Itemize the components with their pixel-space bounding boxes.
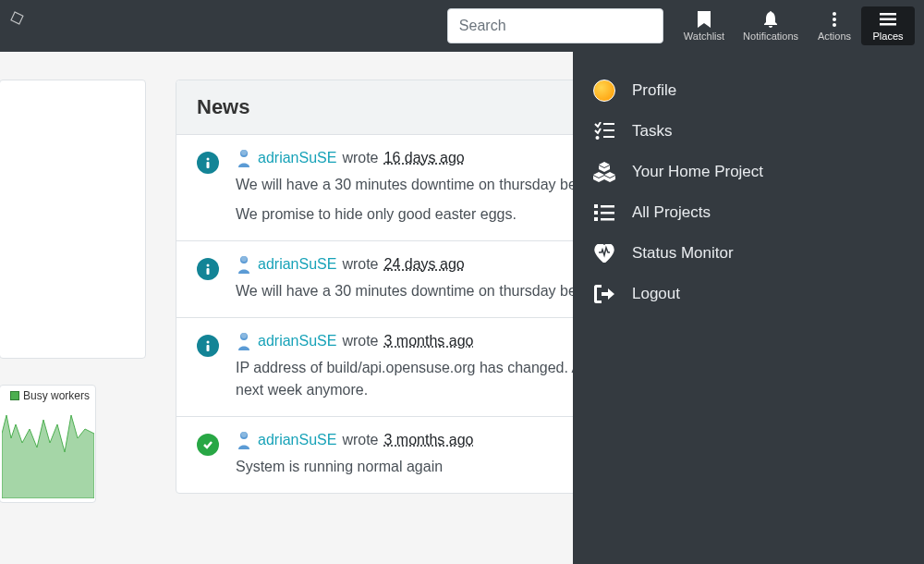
news-timestamp-link[interactable]: 3 months ago [384,333,474,349]
top-navigation: ◇ Watchlist Notifications Actions Pla [0,0,924,52]
news-timestamp-link[interactable]: 16 days ago [384,150,465,166]
check-circle-icon [197,434,219,456]
user-avatar-icon [236,333,252,349]
drawer-label: Your Home Project [632,163,763,181]
drawer-all-projects[interactable]: All Projects [573,192,924,233]
svg-rect-25 [601,205,614,208]
svg-rect-4 [880,18,896,21]
drawer-status-monitor[interactable]: Status Monitor [573,233,924,274]
news-author-link[interactable]: adrianSuSE [258,432,336,448]
bell-icon [761,10,780,29]
nav-label: Notifications [743,31,798,42]
signout-icon [593,283,615,305]
user-avatar-icon [236,256,252,273]
logo[interactable]: ◇ [9,0,37,52]
news-wrote-text: wrote [342,333,378,349]
svg-rect-28 [594,217,598,221]
svg-rect-27 [601,212,614,215]
drawer-logout[interactable]: Logout [573,274,924,314]
svg-rect-3 [880,13,896,16]
drawer-profile[interactable]: Profile [573,70,924,111]
svg-point-10 [207,264,210,267]
left-sidebar: Busy workers [0,52,148,531]
svg-point-17 [241,333,247,338]
heartbeat-icon [593,242,615,264]
svg-point-1 [833,18,836,21]
nav-label: Places [872,31,903,42]
svg-point-14 [207,341,210,344]
drawer-home-project[interactable]: Your Home Project [573,152,924,192]
info-icon [197,258,219,280]
news-timestamp-link[interactable]: 24 days ago [384,256,465,273]
places-drawer: Profile Tasks Your Home Project All Proj… [573,52,924,564]
svg-point-2 [833,23,836,27]
avatar-icon [593,80,615,102]
bookmark-icon [695,10,713,29]
nav-label: Watchlist [684,31,724,42]
tasks-icon [593,120,615,142]
cubes-icon [593,161,615,183]
legend-swatch [10,391,19,400]
news-timestamp-link[interactable]: 3 months ago [384,432,474,448]
dots-vertical-icon [825,10,844,29]
drawer-tasks[interactable]: Tasks [573,111,924,152]
workers-label-text: Busy workers [23,389,90,402]
workers-chart [2,406,93,500]
svg-rect-21 [603,129,614,131]
sidebar-card [0,80,146,359]
svg-point-22 [596,136,600,140]
svg-rect-20 [603,123,614,125]
svg-rect-11 [207,268,210,275]
workers-legend: Busy workers [6,389,90,402]
svg-rect-26 [594,211,598,215]
drawer-label: All Projects [632,203,711,222]
search-input[interactable] [447,8,663,43]
nav-places[interactable]: Places [861,6,915,45]
svg-rect-7 [207,162,210,168]
list-icon [593,202,615,224]
svg-point-0 [833,12,836,16]
svg-point-13 [241,256,247,262]
svg-point-19 [241,432,247,437]
info-icon [197,335,219,357]
nav-items: Watchlist Notifications Actions Places [675,6,915,45]
drawer-label: Logout [632,285,680,303]
drawer-label: Status Monitor [632,244,734,263]
news-wrote-text: wrote [342,432,378,448]
menu-icon [879,10,897,29]
drawer-label: Tasks [632,122,672,141]
nav-actions[interactable]: Actions [808,6,861,45]
svg-point-9 [241,150,247,155]
news-author-link[interactable]: adrianSuSE [258,333,336,349]
nav-notifications[interactable]: Notifications [734,6,808,45]
news-author-link[interactable]: adrianSuSE [258,150,336,166]
drawer-label: Profile [632,81,676,100]
svg-rect-5 [880,23,896,26]
svg-rect-24 [594,204,598,208]
info-icon [197,152,219,174]
user-avatar-icon [236,432,252,448]
news-wrote-text: wrote [342,256,378,273]
news-author-link[interactable]: adrianSuSE [258,256,336,273]
user-avatar-icon [236,150,252,166]
svg-rect-23 [603,136,614,138]
svg-rect-15 [207,345,210,351]
svg-rect-29 [601,218,614,221]
nav-label: Actions [818,31,851,42]
nav-watchlist[interactable]: Watchlist [675,6,734,45]
workers-card: Busy workers [0,385,96,503]
logo-icon: ◇ [6,4,26,30]
news-wrote-text: wrote [342,150,378,166]
svg-point-6 [207,158,210,161]
